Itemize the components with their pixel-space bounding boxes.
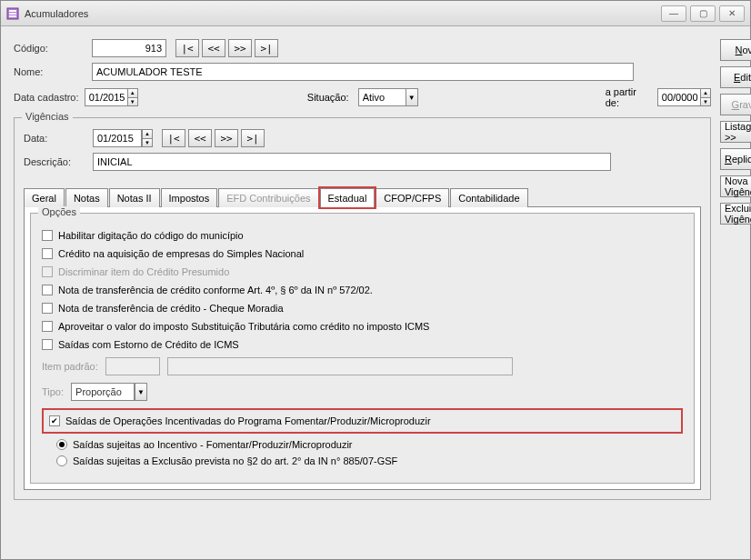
nav-prev-button[interactable]: << (202, 39, 225, 57)
opt-habilitar-municipio: Habilitar digitação do código do municíp… (58, 230, 244, 241)
vig-nav-prev-button[interactable]: << (188, 129, 212, 147)
chk-habilitar-municipio[interactable] (42, 230, 53, 241)
tab-strip: Geral Notas Notas II Impostos EFD Contri… (24, 188, 701, 207)
tipo-value: Proporção (71, 383, 135, 401)
vigencias-legend: Vigências (22, 111, 73, 122)
tipo-dropdown[interactable]: Proporção ▼ (71, 383, 147, 401)
opcoes-legend: Opções (38, 206, 80, 217)
data-cadastro-label: Data cadastro: (14, 92, 79, 103)
situacao-label: Situação: (307, 92, 349, 103)
vig-data-input[interactable]: 01/2015 (93, 129, 142, 147)
chk-nota-transf-cheque[interactable] (42, 303, 53, 314)
nome-input[interactable]: ACUMULADOR TESTE (92, 63, 634, 81)
a-partir-de-input[interactable]: 00/0000 (657, 88, 706, 106)
data-cadastro-spinner[interactable]: 01/2015 ▲▼ (85, 88, 138, 106)
opt-saidas-incentivadas: Saídas de Operações Incentivadas do Prog… (65, 415, 431, 426)
tipo-label: Tipo: (42, 386, 64, 397)
spin-up-icon[interactable]: ▲ (142, 129, 153, 138)
spin-down-icon[interactable]: ▼ (142, 138, 153, 148)
minimize-button[interactable]: — (661, 5, 686, 22)
radio-exclusao[interactable] (56, 455, 67, 466)
novo-button[interactable]: Novo (720, 39, 751, 61)
tab-efd: EFD Contribuições (218, 188, 318, 207)
radio-exclusao-label: Saídas sujeitas a Exclusão prevista no §… (73, 455, 397, 466)
a-partir-de-label: a partir de: (606, 86, 648, 108)
chevron-down-icon[interactable]: ▼ (406, 88, 418, 106)
opt-credito-simples: Crédito na aquisição de empresas do Simp… (58, 248, 304, 259)
vig-data-spinner[interactable]: 01/2015 ▲▼ (93, 129, 153, 147)
opt-discriminar-presumido: Discriminar item do Crédito Presumido (58, 266, 229, 277)
vig-descricao-input[interactable]: INICIAL (93, 153, 611, 171)
tab-cfop[interactable]: CFOP/CFPS (376, 188, 449, 207)
vig-data-label: Data: (24, 133, 87, 144)
nova-vigencia-button[interactable]: Nova Vigência (720, 175, 751, 197)
tab-notas2[interactable]: Notas II (109, 188, 160, 207)
maximize-button[interactable]: ▢ (690, 5, 716, 22)
nav-last-button[interactable]: >| (255, 39, 278, 57)
nav-next-button[interactable]: >> (228, 39, 252, 57)
chk-nota-transf-art4[interactable] (42, 285, 53, 295)
svg-rect-3 (9, 15, 16, 17)
opt-saidas-estorno: Saídas com Estorno de Crédito de ICMS (58, 339, 239, 350)
codigo-input[interactable]: 913 (92, 39, 166, 57)
codigo-label: Código: (14, 43, 86, 54)
tab-impostos[interactable]: Impostos (161, 188, 218, 207)
chk-saidas-estorno[interactable] (42, 339, 53, 350)
opt-nota-transf-art4: Nota de transferência de crédito conform… (58, 285, 373, 295)
spin-down-icon[interactable]: ▼ (700, 97, 711, 107)
spin-up-icon[interactable]: ▲ (700, 88, 711, 97)
chk-aproveitar-st[interactable] (42, 321, 53, 332)
chk-credito-simples[interactable] (42, 248, 53, 259)
item-padrao-code-input (105, 357, 160, 375)
nav-first-button[interactable]: |< (175, 39, 199, 57)
item-padrao-label: Item padrão: (42, 361, 98, 372)
svg-rect-2 (9, 13, 16, 15)
radio-incentivo-label: Saídas sujeitas ao Incentivo - Fomentar/… (73, 439, 353, 450)
tab-geral[interactable]: Geral (24, 188, 65, 207)
tab-notas[interactable]: Notas (65, 188, 108, 207)
chk-discriminar-presumido (42, 266, 53, 277)
vig-nav-next-button[interactable]: >> (215, 129, 238, 147)
vig-nav-last-button[interactable]: >| (241, 129, 265, 147)
a-partir-de-spinner[interactable]: 00/0000 ▲▼ (657, 88, 711, 106)
item-padrao-desc-input (167, 357, 513, 375)
situacao-dropdown[interactable]: Ativo ▼ (358, 88, 418, 106)
chevron-down-icon[interactable]: ▼ (135, 383, 147, 401)
tab-body: Opções Habilitar digitação do código do … (24, 206, 701, 490)
chk-saidas-incentivadas[interactable] (49, 415, 60, 426)
spin-down-icon[interactable]: ▼ (127, 97, 138, 107)
highlight-saidas-incentivadas: Saídas de Operações Incentivadas do Prog… (42, 408, 683, 434)
nome-label: Nome: (14, 66, 86, 77)
close-button[interactable]: ✕ (719, 5, 745, 22)
action-button-column: Novo Editar Gravar Listagem >> Replicar.… (720, 39, 751, 546)
opt-aproveitar-st: Aproveitar o valor do imposto Substituiç… (58, 321, 429, 332)
spin-up-icon[interactable]: ▲ (127, 88, 138, 97)
vig-descricao-label: Descrição: (24, 156, 87, 167)
window-title: Acumuladores (25, 8, 88, 19)
vigencias-fieldset: Vigências Data: 01/2015 ▲▼ |< << >> >| (14, 117, 711, 500)
tab-estadual[interactable]: Estadual (320, 188, 376, 207)
data-cadastro-input[interactable]: 01/2015 (85, 88, 134, 106)
radio-incentivo[interactable] (56, 439, 67, 450)
svg-rect-1 (9, 10, 16, 12)
opt-nota-transf-cheque: Nota de transferência de crédito - Chequ… (58, 303, 284, 314)
vig-nav-first-button[interactable]: |< (162, 129, 185, 147)
app-icon (6, 7, 19, 20)
tab-contabilidade[interactable]: Contabilidade (450, 188, 527, 207)
titlebar: Acumuladores — ▢ ✕ (1, 1, 750, 26)
replicar-button[interactable]: Replicar... (720, 148, 751, 170)
gravar-button: Gravar (720, 94, 751, 115)
listagem-button[interactable]: Listagem >> (720, 121, 751, 143)
editar-button[interactable]: Editar (720, 66, 751, 88)
opcoes-fieldset: Opções Habilitar digitação do código do … (30, 213, 695, 484)
excluir-vigencia-button[interactable]: Excluir Vigência (720, 203, 751, 225)
